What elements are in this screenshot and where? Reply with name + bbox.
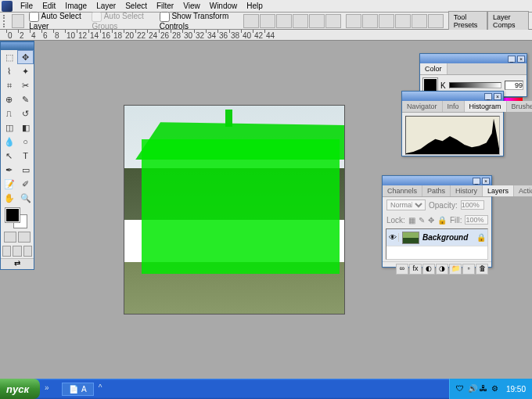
tool-preset-dropdown[interactable]: [12, 14, 24, 28]
visibility-icon[interactable]: 👁: [386, 233, 399, 242]
tray-icon[interactable]: 🖧: [480, 384, 489, 394]
histogram-panel-titlebar[interactable]: _ ×: [402, 92, 503, 101]
start-button[interactable]: пуск: [0, 379, 40, 399]
dock-layer-comps[interactable]: Layer Comps: [487, 11, 529, 31]
k-input[interactable]: [505, 81, 523, 90]
align-right-icon[interactable]: [325, 14, 341, 28]
dist-left-icon[interactable]: [395, 14, 411, 28]
healing-tool-icon[interactable]: ⊕: [1, 92, 17, 106]
layer-name[interactable]: Background: [422, 233, 476, 242]
blur-tool-icon[interactable]: 💧: [1, 135, 17, 149]
menu-window[interactable]: Window: [205, 1, 243, 11]
menu-layer[interactable]: Layer: [92, 1, 120, 11]
foreground-color[interactable]: [5, 208, 20, 222]
close-icon[interactable]: ×: [494, 93, 501, 100]
dist-bottom-icon[interactable]: [379, 14, 394, 28]
tray-icon[interactable]: ⚙: [491, 384, 501, 394]
menu-view[interactable]: View: [178, 1, 205, 11]
dist-vcenter-icon[interactable]: [362, 14, 378, 28]
show-transform-option[interactable]: Show Transform Controls: [160, 12, 239, 31]
tab-history[interactable]: History: [451, 185, 483, 196]
screen-full-icon[interactable]: [23, 246, 32, 257]
screen-standard-icon[interactable]: [2, 246, 11, 257]
new-layer-icon[interactable]: ▫: [462, 264, 475, 275]
screen-full-menu-icon[interactable]: [13, 246, 21, 257]
tab-histogram[interactable]: Histogram: [465, 101, 507, 112]
minimize-icon[interactable]: _: [508, 56, 516, 63]
chevron-icon[interactable]: ^: [99, 383, 110, 394]
dist-top-icon[interactable]: [346, 14, 361, 28]
link-layers-icon[interactable]: ∞: [396, 264, 408, 275]
align-hcenter-icon[interactable]: [309, 14, 325, 28]
fill-input[interactable]: [465, 215, 488, 225]
eraser-tool-icon[interactable]: ◫: [1, 120, 17, 135]
tab-paths[interactable]: Paths: [422, 185, 451, 196]
jump-to-imageready-icon[interactable]: ⇄: [1, 258, 34, 269]
color-panel-titlebar[interactable]: _ ×: [420, 54, 527, 63]
document-canvas[interactable]: [124, 105, 345, 315]
dist-hcenter-icon[interactable]: [412, 14, 427, 28]
tab-layers[interactable]: Layers: [483, 185, 514, 196]
menu-select[interactable]: Select: [120, 1, 152, 11]
taskbar-clock[interactable]: 19:50: [506, 385, 526, 394]
align-vcenter-icon[interactable]: [260, 14, 275, 28]
tab-navigator[interactable]: Navigator: [402, 101, 443, 112]
path-tool-icon[interactable]: ↖: [1, 149, 17, 163]
toolbox-titlebar[interactable]: [1, 42, 34, 50]
options-grip[interactable]: [3, 15, 7, 27]
tab-color[interactable]: Color: [420, 63, 448, 74]
type-tool-icon[interactable]: T: [17, 149, 34, 163]
dist-right-icon[interactable]: [428, 14, 444, 28]
tray-icon[interactable]: 🛡: [456, 384, 466, 394]
brush-tool-icon[interactable]: ✎: [17, 92, 34, 106]
eyedropper-tool-icon[interactable]: ✐: [17, 177, 34, 191]
tab-info[interactable]: Info: [443, 101, 465, 112]
minimize-icon[interactable]: _: [473, 178, 480, 185]
taskbar-task[interactable]: 📄 A: [62, 383, 94, 396]
menu-file[interactable]: File: [16, 1, 38, 11]
menu-filter[interactable]: Filter: [152, 1, 178, 11]
lock-all-icon[interactable]: 🔒: [437, 216, 447, 225]
menu-edit[interactable]: Edit: [38, 1, 60, 11]
menu-image[interactable]: Image: [60, 1, 92, 11]
blend-mode-select[interactable]: Normal: [386, 200, 426, 210]
tab-actions[interactable]: Actions: [514, 185, 532, 196]
pen-tool-icon[interactable]: ✒: [1, 163, 17, 177]
layer-row[interactable]: 👁 Background 🔒: [386, 229, 487, 246]
hand-tool-icon[interactable]: ✋: [1, 191, 17, 205]
notes-tool-icon[interactable]: 📝: [1, 177, 17, 191]
menu-help[interactable]: Help: [242, 1, 268, 11]
marquee-tool-icon[interactable]: ⬚: [1, 50, 17, 64]
crop-tool-icon[interactable]: ⌗: [1, 78, 17, 92]
tab-brushes[interactable]: Brushes: [507, 101, 532, 112]
move-tool-icon[interactable]: ✥: [17, 50, 34, 64]
align-bottom-icon[interactable]: [276, 14, 292, 28]
stamp-tool-icon[interactable]: ⎍: [1, 106, 17, 120]
lock-pixels-icon[interactable]: ✎: [419, 216, 425, 225]
auto-select-layer-option[interactable]: Auto Select Layer: [29, 12, 87, 31]
lock-position-icon[interactable]: ✥: [428, 216, 434, 225]
dock-tool-presets[interactable]: Tool Presets: [448, 11, 487, 31]
quickmask-mode-icon[interactable]: [18, 232, 31, 243]
layers-panel-titlebar[interactable]: _ ×: [383, 176, 491, 185]
align-top-icon[interactable]: [243, 14, 259, 28]
slice-tool-icon[interactable]: ✂: [17, 78, 34, 92]
auto-select-groups-option[interactable]: Auto Select Groups: [92, 12, 154, 31]
k-slider[interactable]: [449, 82, 501, 88]
tab-channels[interactable]: Channels: [383, 185, 422, 196]
close-icon[interactable]: ×: [517, 56, 525, 63]
align-left-icon[interactable]: [293, 14, 308, 28]
adjustment-layer-icon[interactable]: ◑: [436, 264, 448, 275]
quicklaunch-icon[interactable]: »: [45, 383, 56, 394]
layer-group-icon[interactable]: 📁: [449, 264, 462, 275]
zoom-tool-icon[interactable]: 🔍: [17, 191, 34, 205]
dodge-tool-icon[interactable]: ○: [17, 135, 34, 149]
gradient-tool-icon[interactable]: ◧: [17, 120, 34, 135]
close-icon[interactable]: ×: [482, 178, 490, 185]
tray-icon[interactable]: 🔊: [468, 384, 477, 394]
lock-transparent-icon[interactable]: ▦: [408, 216, 415, 225]
lasso-tool-icon[interactable]: ⌇: [1, 64, 17, 78]
wand-tool-icon[interactable]: ✦: [17, 64, 34, 78]
horizontal-ruler[interactable]: 0246810121416182022242628303234363840424…: [0, 30, 532, 41]
layer-mask-icon[interactable]: ◐: [422, 264, 435, 275]
